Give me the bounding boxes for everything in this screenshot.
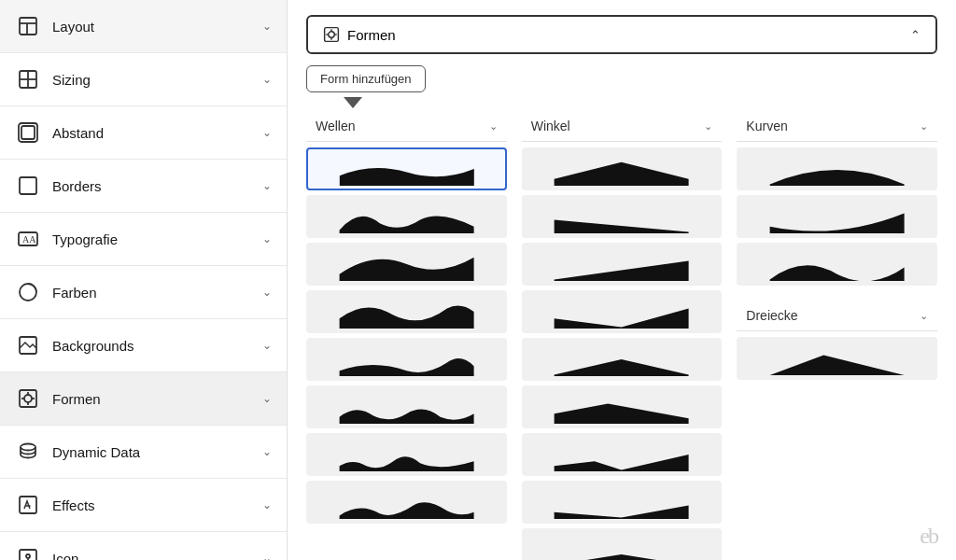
backgrounds-icon — [15, 332, 41, 358]
dropdown-arrow-icon — [344, 97, 362, 108]
shape-svg-wave1 — [318, 152, 496, 186]
shape-item-angle2[interactable] — [522, 195, 723, 238]
chevron-icon-icon: ⌄ — [262, 552, 272, 560]
svg-rect-7 — [21, 126, 35, 139]
formen-icon — [15, 385, 41, 412]
svg-rect-0 — [20, 18, 36, 35]
sidebar: Layout ⌄ Sizing ⌄ Abstand ⌄ — [0, 0, 288, 560]
chevron-dreiecke-icon: ⌄ — [920, 310, 928, 322]
shape-svg-curve3 — [747, 247, 927, 281]
shape-item-curve2[interactable] — [737, 195, 937, 238]
svg-point-26 — [329, 32, 335, 38]
chevron-icon-formen: ⌄ — [262, 392, 272, 405]
svg-text:AA: AA — [22, 234, 36, 245]
chevron-winkel-icon: ⌄ — [704, 120, 712, 133]
sidebar-label-layout: Layout — [52, 19, 262, 35]
sidebar-item-layout[interactable]: Layout ⌄ — [0, 0, 287, 53]
shape-item-angle7[interactable] — [522, 433, 723, 476]
sidebar-item-backgrounds[interactable]: Backgrounds ⌄ — [0, 319, 287, 372]
farben-icon — [15, 279, 41, 305]
sidebar-item-sizing[interactable]: Sizing ⌄ — [0, 53, 287, 106]
shape-item-wave8[interactable] — [306, 481, 507, 524]
chevron-icon-layout: ⌄ — [262, 20, 272, 33]
shape-item-wave3[interactable] — [306, 243, 507, 286]
column-header-wellen[interactable]: Wellen ⌄ — [306, 111, 507, 142]
shape-svg-angle8 — [531, 485, 711, 519]
shape-svg-wave7 — [316, 438, 497, 471]
shape-item-angle9[interactable] — [522, 528, 723, 560]
dynamic-data-icon — [15, 439, 41, 465]
sidebar-label-icon: Icon — [52, 551, 262, 561]
sidebar-label-typografie: Typografie — [52, 231, 262, 247]
column-label-kurven: Kurven — [746, 119, 787, 133]
column-header-winkel[interactable]: Winkel ⌄ — [522, 111, 723, 142]
sidebar-item-borders[interactable]: Borders ⌄ — [0, 160, 287, 213]
shape-svg-angle4 — [531, 295, 711, 329]
typografie-icon: AA — [15, 226, 41, 252]
column-winkel: Winkel ⌄ — [522, 111, 723, 560]
sidebar-item-effects[interactable]: Effects ⌄ — [0, 479, 287, 532]
shape-item-wave2[interactable] — [306, 195, 507, 238]
sidebar-label-effects: Effects — [52, 497, 262, 513]
abstand-icon — [15, 119, 41, 146]
svg-point-20 — [21, 444, 35, 451]
shape-svg-wave8 — [316, 485, 497, 519]
chevron-icon-borders: ⌄ — [262, 179, 272, 192]
formen-header-label: Formen — [347, 27, 396, 43]
shape-svg-angle5 — [531, 343, 711, 376]
svg-point-15 — [24, 395, 32, 402]
shape-svg-wave4 — [316, 295, 497, 329]
shape-item-wave5[interactable] — [306, 338, 507, 381]
shapes-grid: Wellen ⌄ — [306, 111, 937, 560]
sidebar-label-abstand: Abstand — [52, 125, 262, 141]
formen-chevron-up-icon: ⌃ — [910, 28, 921, 42]
column-label-dreiecke: Dreiecke — [746, 308, 797, 323]
borders-icon — [15, 173, 41, 199]
layout-icon — [15, 13, 41, 39]
shape-item-wave7[interactable] — [306, 433, 507, 476]
shape-item-curve1[interactable] — [737, 147, 937, 190]
shape-item-angle3[interactable] — [522, 243, 723, 286]
shape-item-curve3[interactable] — [737, 243, 937, 286]
sidebar-item-formen[interactable]: Formen ⌄ — [0, 372, 287, 426]
sidebar-item-typografie[interactable]: AA Typografie ⌄ — [0, 213, 287, 266]
sidebar-label-dynamic-data: Dynamic Data — [52, 444, 262, 460]
formen-header[interactable]: Formen ⌃ — [306, 15, 937, 54]
column-label-wellen: Wellen — [316, 119, 356, 133]
shape-svg-angle6 — [531, 390, 711, 424]
shape-item-angle8[interactable] — [522, 481, 723, 524]
shape-item-wave4[interactable] — [306, 290, 507, 333]
chevron-icon-abstand: ⌄ — [262, 126, 272, 139]
sidebar-item-farben[interactable]: Farben ⌄ — [0, 266, 287, 319]
shape-item-wave1[interactable] — [306, 147, 507, 190]
shape-item-wave6[interactable] — [306, 385, 507, 428]
shape-svg-angle7 — [531, 438, 711, 471]
sidebar-label-backgrounds: Backgrounds — [52, 338, 262, 354]
chevron-icon-effects: ⌄ — [262, 498, 272, 511]
chevron-icon-dynamic-data: ⌄ — [262, 445, 272, 458]
form-hinzufuegen-button[interactable]: Form hinzufügen — [306, 65, 426, 92]
effects-icon — [15, 492, 41, 518]
shape-item-angle6[interactable] — [522, 385, 723, 428]
column-kurven: Kurven ⌄ Dreiecke — [737, 111, 937, 560]
svg-point-23 — [26, 554, 30, 558]
shape-svg-angle1 — [531, 152, 711, 186]
sidebar-item-abstand[interactable]: Abstand ⌄ — [0, 106, 287, 160]
sidebar-item-dynamic-data[interactable]: Dynamic Data ⌄ — [0, 426, 287, 479]
shape-svg-wave6 — [316, 390, 497, 424]
column-header-kurven[interactable]: Kurven ⌄ — [737, 111, 937, 142]
shape-svg-angle9 — [531, 533, 711, 560]
chevron-icon-farben: ⌄ — [262, 286, 272, 299]
shape-item-angle5[interactable] — [522, 338, 723, 381]
logo: eb — [920, 524, 937, 549]
formen-header-icon — [323, 26, 340, 43]
column-header-dreiecke[interactable]: Dreiecke ⌄ — [737, 301, 937, 331]
chevron-icon-sizing: ⌄ — [262, 73, 272, 86]
column-wellen: Wellen ⌄ — [306, 111, 507, 560]
shape-item-tri1[interactable] — [737, 337, 937, 380]
shape-item-angle1[interactable] — [522, 147, 723, 190]
sidebar-item-icon[interactable]: Icon ⌄ — [0, 532, 287, 560]
chevron-wellen-icon: ⌄ — [489, 120, 498, 133]
icon-icon — [15, 545, 41, 560]
shape-item-angle4[interactable] — [522, 290, 723, 333]
